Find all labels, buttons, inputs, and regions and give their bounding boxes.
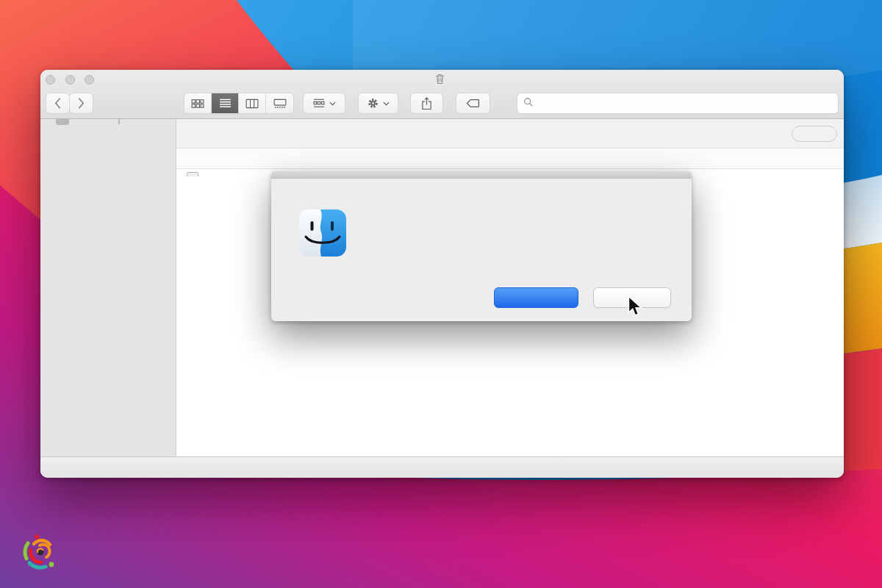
tweak-library-logo <box>21 532 66 575</box>
trash-icon <box>435 74 445 87</box>
window-title <box>40 72 844 88</box>
search-input[interactable] <box>537 98 817 110</box>
finder-icon <box>299 209 346 257</box>
clipped-sidebar-item <box>56 119 69 125</box>
chevron-down-icon <box>329 101 336 106</box>
forward-button[interactable] <box>69 93 93 114</box>
tag-button[interactable] <box>456 93 490 114</box>
view-icons-button[interactable] <box>184 93 212 113</box>
tag-icon <box>466 98 480 108</box>
sidebar <box>40 119 176 456</box>
column-headers <box>176 148 844 169</box>
share-icon <box>421 97 432 110</box>
view-gallery-button[interactable] <box>266 93 293 113</box>
group-button[interactable] <box>303 93 345 114</box>
back-button[interactable] <box>46 93 70 114</box>
view-columns-button[interactable] <box>239 93 266 113</box>
cancel-button[interactable] <box>494 287 578 308</box>
search-field <box>517 93 839 114</box>
view-switcher <box>184 93 294 114</box>
mouse-cursor-icon <box>627 295 643 321</box>
search-icon <box>523 97 534 110</box>
empty-trash-button[interactable] <box>792 126 837 142</box>
titlebar <box>40 70 844 119</box>
gear-icon <box>367 97 379 110</box>
view-list-button[interactable] <box>212 93 239 113</box>
share-button[interactable] <box>410 93 443 114</box>
chevron-down-icon <box>383 101 390 106</box>
status-bar <box>40 456 844 478</box>
location-header <box>176 119 844 148</box>
tweak-library-swirl-icon <box>21 532 60 575</box>
action-menu-button[interactable] <box>358 93 398 114</box>
